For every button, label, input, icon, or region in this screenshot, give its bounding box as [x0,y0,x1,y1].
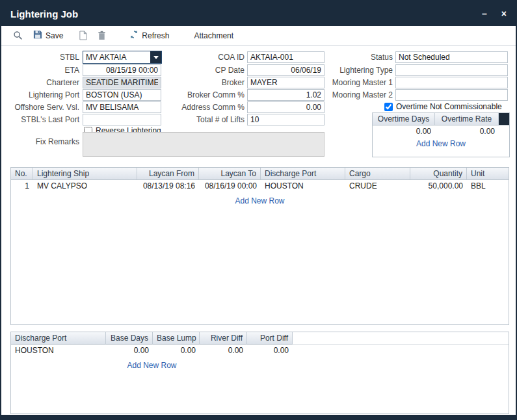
coa-id-label: COA ID [172,51,245,63]
column-header-base-days[interactable]: Base Days [106,332,153,345]
overtime-table-row[interactable]: 0.00 0.00 [373,125,509,137]
window-title: Lightering Job [10,8,78,20]
column-header-port-diff[interactable]: Port Diff [247,332,293,345]
cell-river-diff: 0.00 [200,345,247,356]
discharge-table: Discharge Port Base Days Base Lump River… [10,332,509,414]
cell-base-days: 0.00 [106,345,153,356]
cell-discharge-port2: HOUSTON [11,345,106,356]
lightering-port-label: Lightering Port [8,89,79,101]
overtime-not-commissionable-checkbox[interactable] [384,103,393,111]
eta-label: ETA [8,64,79,76]
column-header-river-diff[interactable]: River Diff [200,332,247,345]
cell-base-lump: 0.00 [153,345,200,356]
address-comm-label: Address Comm % [172,101,245,113]
eta-input[interactable] [83,64,161,76]
broker-comm-label: Broker Comm % [172,89,245,101]
column-header-discharge-port2[interactable]: Discharge Port [11,332,106,345]
broker-comm-input[interactable] [247,89,325,101]
lightering-type-input[interactable] [395,64,508,76]
column-header-spacer [293,332,509,345]
overtime-rate-header[interactable]: Overtime Rate [435,113,499,125]
close-button[interactable]: × [501,9,507,18]
stbl-last-port-label: STBL's Last Port [8,114,79,125]
cell-no: 1 [11,180,33,192]
mooring-master-1-input[interactable] [395,77,508,88]
overtime-days-cell: 0.00 [373,125,435,137]
lifts-table-row[interactable]: 1 MV CALYPSO 08/13/19 08:16 08/16/19 00:… [11,180,509,192]
cell-quantity: 50,000.00 [410,180,467,192]
save-icon [33,30,42,41]
cell-laycan-from: 08/13/19 08:16 [137,180,199,192]
refresh-label: Refresh [142,31,169,40]
stbl-select[interactable]: MV AKTAIA [83,51,162,64]
minimize-button[interactable]: – [482,9,487,18]
status-input[interactable] [395,51,508,63]
stbl-label: STBL [8,51,79,63]
cp-date-input[interactable] [247,64,325,76]
window-controls: – × [482,9,507,18]
coa-id-input[interactable] [247,51,325,63]
cell-lightering-ship: MV CALYPSO [33,180,137,192]
offshore-serv-vsl-label: Offshore Serv. Vsl. [8,101,79,113]
column-header-unit[interactable]: Unit [467,168,509,179]
chevron-down-icon[interactable] [150,51,161,63]
cell-unit: BBL [467,180,509,192]
broker-input[interactable] [247,77,325,88]
lightering-type-label: Lightering Type [317,64,393,76]
charterer-label: Charterer [8,77,79,88]
save-button[interactable]: Save [33,30,63,41]
overtime-not-commissionable-label: Overtime Not Commissionable [396,102,502,111]
attachment-label: Attachment [194,31,233,40]
fix-remarks-textarea[interactable] [83,132,325,157]
overtime-days-header[interactable]: Overtime Days [373,113,435,125]
refresh-button[interactable]: Refresh [129,30,169,41]
delete-icon[interactable] [98,31,106,40]
column-header-lightering-ship[interactable]: Lightering Ship [33,168,137,179]
column-header-quantity[interactable]: Quantity [410,168,467,179]
column-header-laycan-to[interactable]: Laycan To [199,168,261,179]
refresh-icon [129,30,139,41]
total-lifts-label: Total # of Lifts [172,114,245,125]
cell-laycan-to: 08/16/19 00:00 [199,180,261,192]
titlebar: Lightering Job – × [1,1,516,26]
column-header-base-lump[interactable]: Base Lump [153,332,200,345]
cell-cargo: CRUDE [345,180,410,192]
mooring-master-2-input[interactable] [395,89,508,101]
column-header-discharge-port[interactable]: Discharge Port [261,168,345,179]
column-header-cargo[interactable]: Cargo [345,168,410,179]
column-header-no[interactable]: No. [11,168,33,179]
lifts-add-new-row-link[interactable]: Add New Row [11,196,509,205]
fix-remarks-label: Fix Remarks [8,136,79,148]
attachment-button[interactable]: Attachment [194,31,233,40]
cp-date-label: CP Date [172,64,245,76]
status-label: Status [317,51,393,63]
total-lifts-input[interactable] [247,114,325,125]
lightering-port-input[interactable] [83,89,161,101]
cell-port-diff: 0.00 [247,345,293,356]
broker-label: Broker [172,77,245,88]
offshore-serv-vsl-input[interactable] [83,101,161,113]
mooring-master-2-label: Mooring Master 2 [317,89,393,101]
cell-discharge-port: HOUSTON [261,180,345,192]
form-area: STBL MV AKTAIA ETA Charterer Lightering … [1,46,516,415]
new-document-icon[interactable] [79,31,87,40]
save-label: Save [46,31,63,40]
discharge-add-new-row-link[interactable]: Add New Row [11,361,293,370]
column-header-laycan-from[interactable]: Laycan From [137,168,199,179]
stbl-value: MV AKTAIA [83,53,150,62]
toolbar: Save Refresh Attachment [1,26,516,46]
lightering-job-window: Lightering Job – × Save Refresh Attachme… [0,0,517,420]
lifts-table: No. Lightering Ship Laycan From Laycan T… [10,167,509,325]
address-comm-input[interactable] [247,101,325,113]
discharge-table-row[interactable]: HOUSTON 0.00 0.00 0.00 0.00 [11,345,509,356]
stbl-last-port-input[interactable] [83,114,161,125]
mooring-master-1-label: Mooring Master 1 [317,77,393,88]
overtime-add-new-row-link[interactable]: Add New Row [373,139,509,148]
search-icon[interactable] [13,31,23,40]
overtime-rate-cell: 0.00 [435,125,499,137]
overtime-table-corner [499,113,509,125]
overtime-table: Overtime Days Overtime Rate 0.00 0.00 Ad… [372,112,510,157]
charterer-input[interactable] [83,77,161,88]
